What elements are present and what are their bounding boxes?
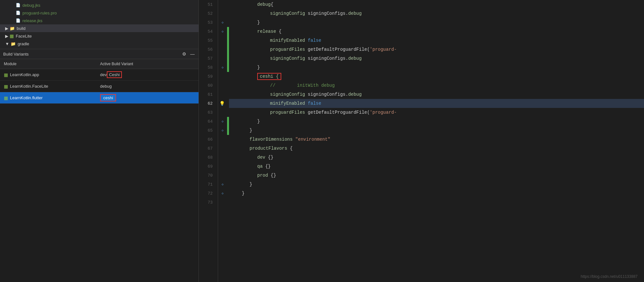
gutter-cell-70: [218, 171, 227, 180]
gutter-cell-54: ◇: [218, 27, 227, 36]
token: minifyEnabled: [270, 101, 305, 106]
file-release-jks[interactable]: 📄 release.jks: [0, 17, 199, 24]
fold-icon[interactable]: ◇: [222, 182, 224, 186]
token: initWith debug: [275, 83, 335, 88]
table-row-selected[interactable]: ▦ LearnKotlin.flutter ceshi: [0, 92, 199, 104]
gutter-cell-55: [218, 36, 227, 45]
line-num-65: 65: [204, 126, 214, 135]
file-proguard[interactable]: 📄 proguard-rules.pro: [0, 9, 199, 17]
line-num-71: 71: [204, 180, 214, 189]
build-variants-header: Build Variants ⚙ —: [0, 49, 199, 59]
module-name: LearnKotlin.flutter: [10, 95, 43, 100]
line-num-55: 55: [204, 36, 214, 45]
gutter-area: ◇ ◇ ◇ 💡 ◇ ◇ ◇ ◇: [218, 0, 229, 282]
token: getDefaultProguardFile(: [305, 110, 370, 115]
bulb-icon[interactable]: 💡: [219, 101, 225, 106]
line-num-52: 52: [204, 9, 214, 18]
file-icon: 📄: [15, 18, 21, 23]
variant-text: dev: [100, 72, 107, 77]
token: signingConfig: [270, 56, 305, 61]
token: proguardFiles: [270, 110, 305, 115]
code-line-71: }: [229, 180, 644, 189]
token: {}: [265, 155, 273, 160]
table-header: Module Active Build Variant: [0, 59, 199, 69]
token: }: [250, 128, 252, 133]
line-num-63: 63: [204, 108, 214, 117]
fold-icon[interactable]: ◇: [222, 119, 224, 123]
gutter-cell-68: [218, 153, 227, 162]
token: }: [257, 20, 260, 25]
token: qa: [257, 164, 263, 169]
file-icon: 📄: [15, 3, 21, 8]
table-row[interactable]: ▦ LearnKotlin.app devCeshi: [0, 69, 199, 81]
code-line-57: signingConfig signingConfigs. debug: [229, 54, 644, 63]
gutter-cell-62: 💡: [218, 99, 227, 108]
android-icon: ▦: [4, 84, 8, 89]
code-content: debug{ signingConfig signingConfigs. deb…: [229, 0, 644, 282]
column-module: Module: [0, 60, 96, 67]
token: debug: [348, 56, 362, 61]
folder-facelite[interactable]: ▶ ▦ FaceLite: [0, 32, 199, 40]
folder-icon: 📁: [10, 26, 15, 31]
code-line-53: }: [229, 18, 644, 27]
folder-icon: 📁: [11, 41, 16, 46]
folder-gradle[interactable]: ▼ 📁 gradle: [0, 40, 199, 48]
minimize-icon[interactable]: —: [190, 51, 195, 57]
token: }: [250, 182, 252, 187]
gutter: ◇ ◇ ◇ 💡 ◇ ◇ ◇ ◇: [218, 0, 227, 282]
line-num-57: 57: [204, 54, 214, 63]
left-panel: 📄 debug.jks 📄 proguard-rules.pro 📄 relea…: [0, 0, 199, 282]
line-num-53: 53: [204, 18, 214, 27]
code-line-52: signingConfig signingConfigs. debug: [229, 9, 644, 18]
variant-value: debug: [100, 84, 112, 89]
token: false: [308, 38, 321, 43]
fold-icon[interactable]: ◇: [222, 30, 224, 33]
fold-icon[interactable]: ◇: [222, 66, 224, 69]
file-debug-jks[interactable]: 📄 debug.jks: [0, 1, 199, 9]
token: signingConfig: [270, 11, 305, 16]
gutter-cell-64: ◇: [218, 117, 227, 126]
column-variant: Active Build Variant: [96, 60, 199, 67]
token: {: [287, 146, 293, 151]
token: }: [257, 119, 260, 124]
code-line-58: }: [229, 63, 644, 72]
token: getDefaultProguardFile(: [305, 47, 370, 52]
file-tree: 📄 debug.jks 📄 proguard-rules.pro 📄 relea…: [0, 0, 199, 49]
token: false: [308, 101, 321, 106]
variant-cell[interactable]: debug: [96, 82, 199, 91]
gutter-cell-61: [218, 90, 227, 99]
gutter-cell-51: [218, 0, 227, 9]
token: "environment": [295, 137, 330, 142]
build-variants-title: Build Variants: [3, 52, 29, 57]
variant-cell[interactable]: ceshi: [96, 93, 199, 102]
code-line-56: proguardFiles getDefaultProguardFile( 'p…: [229, 45, 644, 54]
code-line-69: qa {}: [229, 162, 644, 171]
settings-icon[interactable]: ⚙: [181, 51, 187, 57]
token: [292, 137, 295, 142]
code-line-66: flavorDimensions "environment": [229, 135, 644, 144]
variant-suffix: Ceshi: [107, 71, 122, 78]
table-row[interactable]: ▦ LearnKotlin.FaceLite debug: [0, 81, 199, 92]
code-line-65: }: [229, 126, 644, 135]
variant-cell[interactable]: devCeshi: [96, 70, 199, 79]
token: 'proguard-: [370, 47, 397, 52]
line-num-69: 69: [204, 162, 214, 171]
token: //: [270, 83, 275, 88]
folder-build[interactable]: ▶ 📁 build: [0, 24, 199, 32]
line-numbers: 51 52 53 54 55 56 57 58 59 60 61 62 63 6…: [199, 0, 218, 282]
folder-arrow-icon: ▶: [5, 34, 8, 39]
code-editor: 51 52 53 54 55 56 57 58 59 60 61 62 63 6…: [199, 0, 644, 282]
line-num-60: 60: [204, 81, 214, 90]
gutter-cell-71: ◇: [218, 180, 227, 189]
code-line-55: minifyEnabled false: [229, 36, 644, 45]
variant-value: ceshi: [100, 94, 116, 101]
code-line-54: release {: [229, 27, 644, 36]
token: minifyEnabled: [270, 38, 305, 43]
line-num-72: 72: [204, 189, 214, 198]
line-num-58: 58: [204, 63, 214, 72]
fold-icon[interactable]: ◇: [222, 191, 224, 195]
token: {: [271, 2, 273, 7]
token: {}: [263, 164, 271, 169]
fold-icon[interactable]: ◇: [222, 21, 224, 24]
fold-icon[interactable]: ◇: [222, 128, 224, 132]
